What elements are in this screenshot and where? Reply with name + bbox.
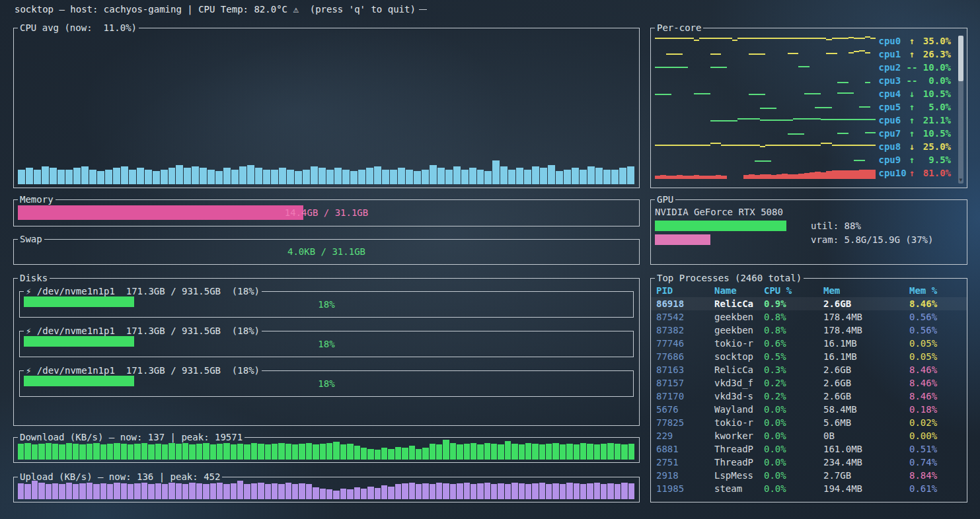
process-mem-percent: 8.46% — [909, 390, 962, 403]
core-usage-sparkline — [655, 61, 876, 73]
core-name-label: cpu0 — [878, 36, 906, 46]
per-core-panel: Per-core cpu0 ↑ 35.0% cpu1 ↑ 26.3% cpu2 … — [650, 21, 967, 188]
core-usage-value: 10.5% — [917, 88, 951, 99]
swap-usage-label: 4.0KB / 31.1GB — [14, 239, 639, 264]
process-name: LspMess — [714, 469, 764, 482]
process-list: 86918 RelicCa 0.9% 2.6GB 8.46% 87542 gee… — [651, 297, 967, 495]
disk-usage-percent: 18% — [20, 331, 633, 357]
core-name-label: cpu1 — [878, 49, 906, 59]
trend-arrow-icon: ↑ — [907, 155, 918, 165]
process-row[interactable]: 87382 geekben 0.8% 178.4MB 0.56% — [651, 324, 967, 337]
process-row[interactable]: 87542 geekben 0.8% 178.4MB 0.56% — [651, 310, 967, 324]
process-row[interactable]: 5676 Wayland 0.0% 58.4MB 0.18% — [651, 403, 967, 416]
process-mem: 16.1MB — [823, 337, 909, 350]
process-pid: 87163 — [656, 363, 714, 376]
process-name: steam — [714, 482, 764, 495]
process-row[interactable]: 229 kworker 0.0% 0B 0.00% — [651, 429, 967, 442]
scroll-down-icon[interactable]: ▼ — [958, 177, 963, 184]
process-mem-percent: 0.56% — [909, 324, 962, 337]
core-usage-value: 9.5% — [917, 155, 951, 165]
process-row[interactable]: 87163 RelicCa 0.3% 2.6GB 8.46% — [651, 363, 967, 376]
processes-panel-body: PID Name CPU % Mem Mem % 86918 RelicCa 0… — [650, 278, 967, 502]
process-mem-percent: 0.56% — [909, 310, 962, 324]
process-mem: 2.7GB — [823, 469, 909, 482]
process-name: ThreadP — [714, 442, 764, 456]
disks-panel: Disks ⚡ /dev/nvme1n1p1 171.3GB / 931.5GB… — [13, 271, 640, 426]
core-usage-sparkline — [655, 35, 876, 47]
process-row[interactable]: 77746 tokio-r 0.6% 16.1MB 0.05% — [651, 337, 967, 350]
process-row[interactable]: 86918 RelicCa 0.9% 2.6GB 8.46% — [651, 297, 967, 310]
core-usage-sparkline — [655, 167, 876, 179]
process-row[interactable]: 77686 socktop 0.5% 16.1MB 0.05% — [651, 350, 967, 363]
disk-panel: ⚡ /dev/nvme1n1p1 171.3GB / 931.5GB (18%)… — [19, 364, 634, 397]
process-mem: 178.4MB — [823, 324, 909, 337]
process-row[interactable]: 2751 ThreadP 0.0% 234.4MB 0.74% — [651, 456, 967, 469]
terminal-screen: socktop — host: cachyos-gaming | CPU Tem… — [0, 0, 980, 519]
process-pid: 2751 — [656, 456, 714, 469]
process-row[interactable]: 2918 LspMess 0.0% 2.7GB 8.84% — [651, 469, 967, 482]
process-row[interactable]: 11985 steam 0.0% 194.4MB 0.61% — [651, 482, 967, 495]
core-name-label: cpu7 — [878, 128, 906, 139]
core-usage-value: 21.1% — [917, 115, 951, 125]
process-name: geekben — [714, 324, 764, 337]
gpu-device-name: NVIDIA GeForce RTX 5080 — [655, 207, 783, 217]
scrollbar-thumb[interactable] — [958, 36, 963, 81]
process-mem-percent: 8.46% — [909, 363, 962, 376]
process-cpu: 0.0% — [764, 442, 823, 456]
gpu-vram-bar-fill — [655, 234, 710, 245]
upload-panel-body — [13, 477, 640, 502]
disk-panel: ⚡ /dev/nvme1n1p1 171.3GB / 931.5GB (18%)… — [19, 285, 634, 318]
process-cpu: 0.3% — [764, 363, 823, 376]
core-usage-value: 81.0% — [917, 168, 951, 178]
process-name: kworker — [714, 429, 764, 442]
core-name-label: cpu3 — [878, 75, 906, 86]
gpu-util-bar-fill — [655, 221, 786, 231]
column-header-name: Name — [714, 284, 764, 297]
process-row[interactable]: 6881 ThreadP 0.0% 161.0MB 0.51% — [651, 442, 967, 456]
process-mem: 161.0MB — [823, 442, 909, 456]
gpu-device-line: NVIDIA GeForce RTX 5080 — [655, 205, 963, 219]
core-name-label: cpu5 — [878, 102, 906, 112]
app-title-bar: socktop — host: cachyos-gaming | CPU Tem… — [15, 3, 427, 16]
process-mem: 2.6GB — [823, 297, 909, 310]
process-row[interactable]: 77825 tokio-r 0.0% 5.6MB 0.02% — [651, 416, 967, 429]
core-usage-sparkline — [655, 141, 876, 153]
process-pid: 87382 — [656, 324, 714, 337]
core-usage-sparkline — [655, 88, 876, 100]
core-usage-sparkline — [655, 101, 876, 113]
title-tail-line — [419, 9, 427, 10]
process-name: geekben — [714, 310, 764, 324]
memory-usage-label: 14.4GB / 31.1GB — [18, 205, 635, 220]
process-cpu: 0.0% — [764, 403, 823, 416]
process-mem-percent: 0.61% — [909, 482, 962, 495]
trend-arrow-icon: ↑ — [907, 36, 918, 46]
core-row: cpu4 ↓ 10.5% — [655, 87, 951, 100]
process-pid: 11985 — [656, 482, 714, 495]
trend-arrow-icon: ↑ — [907, 128, 918, 139]
process-name: Wayland — [714, 403, 764, 416]
process-row[interactable]: 87170 vkd3d-s 0.2% 2.6GB 8.46% — [651, 390, 967, 403]
disk-usage-percent: 18% — [20, 291, 633, 317]
process-pid: 77686 — [656, 350, 714, 363]
gpu-vram-bar — [655, 234, 804, 245]
trend-arrow-icon: ↑ — [907, 49, 918, 59]
download-history-chart — [18, 440, 635, 460]
scrollbar[interactable]: ▼ — [958, 36, 963, 184]
core-name-label: cpu8 — [878, 141, 906, 152]
trend-arrow-icon: ↓ — [907, 141, 918, 152]
core-usage-value: 0.0% — [917, 75, 951, 86]
process-name: RelicCa — [714, 297, 764, 310]
process-cpu: 0.0% — [764, 429, 823, 442]
core-usage-value: 10.5% — [917, 128, 951, 139]
download-panel-body — [13, 437, 640, 463]
gpu-util-label: util: 88% — [811, 221, 861, 231]
process-cpu: 0.0% — [764, 469, 823, 482]
process-cpu: 0.8% — [764, 324, 823, 337]
process-cpu: 0.2% — [764, 376, 823, 390]
core-name-label: cpu4 — [878, 88, 906, 99]
process-row[interactable]: 87157 vkd3d_f 0.2% 2.6GB 8.46% — [651, 376, 967, 390]
core-row: cpu8 ↓ 25.0% — [655, 140, 951, 153]
disk-panel-body: 18% — [19, 370, 634, 397]
core-usage-sparkline — [655, 75, 876, 86]
core-row: cpu0 ↑ 35.0% — [655, 34, 951, 48]
